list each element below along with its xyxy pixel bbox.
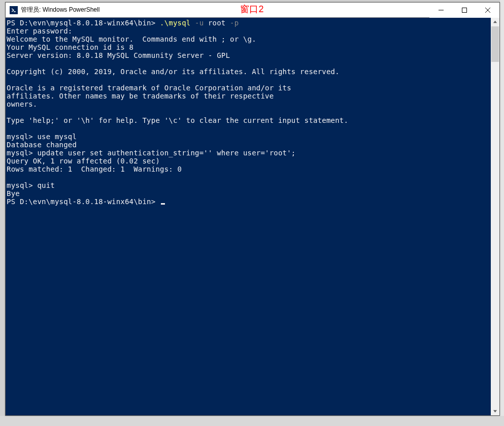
output-line: Oracle is a registered trademark of Orac… (7, 84, 291, 92)
svg-rect-3 (462, 8, 467, 12)
output-line: affiliates. Other names may be trademark… (7, 92, 274, 100)
window-title: 管理员: Windows PowerShell (21, 6, 99, 14)
flag-u: -u (195, 19, 204, 27)
flag-p: -p (230, 19, 239, 27)
scroll-down-button[interactable] (491, 407, 499, 415)
bottom-strip (0, 416, 504, 426)
output-line: mysql> update user set authentication_st… (7, 149, 296, 157)
right-edge (500, 0, 504, 426)
titlebar[interactable]: 管理员: Windows PowerShell (6, 3, 499, 18)
scroll-track[interactable] (491, 26, 499, 407)
output-line: Server version: 8.0.18 MySQL Community S… (7, 51, 230, 59)
cmd-mysql: .\mysql (160, 19, 195, 27)
output-line: Database changed (7, 141, 77, 149)
output-line: Enter password: (7, 27, 72, 35)
vertical-scrollbar[interactable] (491, 18, 499, 415)
powershell-window: 管理员: Windows PowerShell PS D:\evn\mysql-… (5, 2, 500, 416)
output-line: Your MySQL connection id is 8 (7, 43, 133, 51)
terminal-cursor (161, 203, 165, 205)
scroll-thumb[interactable] (491, 26, 499, 62)
terminal-output[interactable]: PS D:\evn\mysql-8.0.18-winx64\bin> .\mys… (6, 18, 491, 415)
minimize-button[interactable] (429, 3, 453, 18)
scroll-up-button[interactable] (491, 18, 499, 26)
output-line: mysql> quit (7, 181, 55, 189)
output-line: Copyright (c) 2000, 2019, Oracle and/or … (7, 68, 340, 76)
close-button[interactable] (476, 3, 499, 18)
powershell-icon (10, 6, 18, 14)
output-line: Rows matched: 1 Changed: 1 Warnings: 0 (7, 165, 182, 173)
output-line: Query OK, 1 row affected (0.02 sec) (7, 157, 160, 165)
arg-root: root (204, 19, 230, 27)
output-line: mysql> use mysql (7, 133, 77, 141)
client-area: PS D:\evn\mysql-8.0.18-winx64\bin> .\mys… (6, 18, 499, 415)
prompt-line-1: PS D:\evn\mysql-8.0.18-winx64\bin> (7, 19, 160, 27)
maximize-button[interactable] (453, 3, 476, 18)
output-line: Bye (7, 189, 20, 198)
output-line: Type 'help;' or '\h' for help. Type '\c'… (7, 116, 348, 124)
output-line: Welcome to the MySQL monitor. Commands e… (7, 35, 256, 43)
output-line: owners. (7, 100, 37, 108)
prompt-line-final: PS D:\evn\mysql-8.0.18-winx64\bin> (7, 198, 160, 206)
